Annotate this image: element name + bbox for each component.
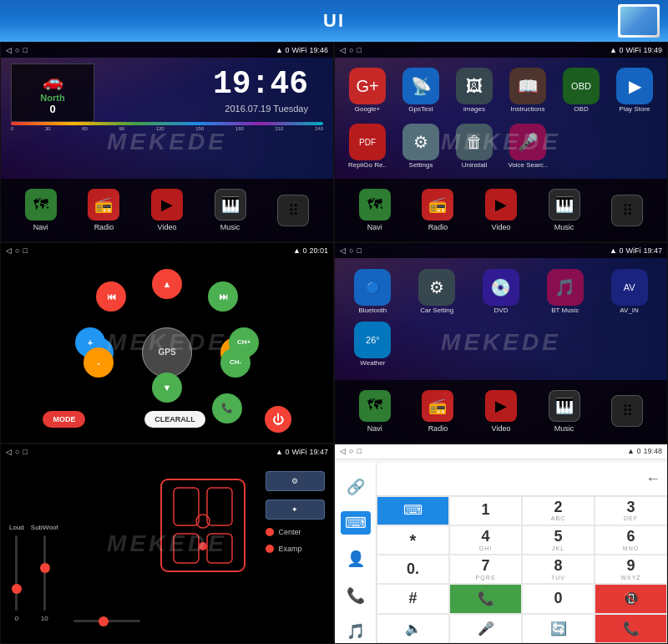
subwoof-knob[interactable] bbox=[40, 563, 50, 573]
key-0[interactable]: 0 bbox=[522, 584, 595, 613]
backspace-button[interactable]: ← bbox=[645, 470, 660, 488]
dock-more-p4[interactable]: ⠿ bbox=[611, 395, 643, 427]
music-phone-icon[interactable]: 🎵 bbox=[341, 620, 371, 643]
loud-track[interactable] bbox=[15, 535, 18, 611]
dock-video-p2[interactable]: ▶ Video bbox=[485, 189, 517, 231]
app-avin[interactable]: AV AV_IN bbox=[599, 269, 660, 315]
avin-icon[interactable]: AV bbox=[611, 269, 648, 306]
recent-icon-p2[interactable]: □ bbox=[357, 46, 361, 54]
back-icon[interactable]: ◁ bbox=[6, 46, 12, 54]
dock-music-p4[interactable]: 🎹 Music bbox=[549, 390, 580, 433]
down-button[interactable]: ▼ bbox=[152, 373, 182, 403]
bluetooth-icon[interactable]: 🔵 bbox=[354, 269, 391, 306]
voicesearch-icon[interactable]: 🎤 bbox=[509, 124, 546, 160]
home-icon-p3[interactable]: ○ bbox=[15, 246, 19, 255]
music-icon[interactable]: 🎹 bbox=[215, 189, 246, 221]
gpstest-icon[interactable]: 📡 bbox=[402, 68, 439, 104]
dock-navi-p2[interactable]: 🗺 Navi bbox=[359, 189, 391, 231]
more-icon[interactable]: ⠿ bbox=[277, 195, 309, 226]
radio-icon[interactable]: 📻 bbox=[88, 189, 119, 221]
back-icon-p2[interactable]: ◁ bbox=[340, 46, 346, 54]
end-call-button[interactable]: 📵 bbox=[595, 584, 667, 613]
eq-adjust-btn[interactable]: ✦ bbox=[266, 499, 325, 520]
key-settings-call[interactable]: 📞 bbox=[595, 614, 667, 643]
dock-music[interactable]: 🎹 Music bbox=[215, 189, 246, 231]
key-9[interactable]: 9 WXYZ bbox=[595, 555, 667, 584]
dock-more-p2[interactable]: ⠿ bbox=[611, 195, 643, 226]
app-voicesearch[interactable]: 🎤 Voice Searc.. bbox=[503, 120, 553, 173]
key-2[interactable]: 2 ABC bbox=[522, 496, 595, 525]
h-slider-track[interactable] bbox=[73, 620, 140, 622]
key-hash-row[interactable]: # bbox=[377, 584, 449, 613]
app-carsetting[interactable]: ⚙ Car Setting bbox=[407, 269, 468, 315]
navi-icon[interactable]: 🗺 bbox=[25, 189, 57, 221]
key-3[interactable]: 3 DEF bbox=[595, 496, 667, 525]
next-button[interactable]: ⏭ bbox=[208, 281, 238, 312]
mode-button[interactable]: MODE bbox=[43, 411, 85, 428]
call-button[interactable]: 📞 bbox=[449, 584, 522, 613]
app-playstore[interactable]: ▶ Play Store bbox=[610, 64, 660, 117]
h-slider-knob[interactable] bbox=[99, 616, 109, 626]
radio-icon-p4[interactable]: 📻 bbox=[422, 390, 453, 422]
subwoof-track[interactable] bbox=[43, 535, 46, 611]
power-button[interactable]: ⏻ bbox=[265, 406, 291, 433]
recent-icon[interactable]: □ bbox=[23, 46, 27, 54]
app-dvd[interactable]: 💿 DVD bbox=[471, 269, 532, 315]
video-icon-p2[interactable]: ▶ bbox=[485, 189, 517, 221]
dock-video[interactable]: ▶ Video bbox=[151, 189, 183, 231]
app-instructions[interactable]: 📖 Instructions bbox=[503, 64, 553, 117]
key-speaker[interactable]: 🔈 bbox=[377, 614, 449, 643]
back-icon-p3[interactable]: ◁ bbox=[6, 246, 12, 255]
contacts-icon[interactable]: 🔗 bbox=[341, 475, 371, 499]
loud-knob[interactable] bbox=[12, 584, 22, 594]
dock-navi[interactable]: 🗺 Navi bbox=[25, 189, 57, 231]
key-mic[interactable]: 🎤 bbox=[449, 614, 522, 643]
settings-icon[interactable]: ⚙ bbox=[402, 124, 439, 160]
app-repligo[interactable]: PDF RepliGo Re.. bbox=[342, 120, 392, 173]
googleplus-icon[interactable]: G+ bbox=[349, 68, 386, 104]
prev-button[interactable]: ⏮ bbox=[96, 281, 126, 312]
dock-radio-p4[interactable]: 📻 Radio bbox=[422, 390, 453, 433]
dialpad-icon[interactable]: ⌨ bbox=[341, 511, 371, 535]
home-icon-p5[interactable]: ○ bbox=[15, 448, 19, 456]
eq-settings-btn[interactable]: ⚙ bbox=[266, 471, 325, 491]
weather-icon[interactable]: 26° bbox=[354, 322, 391, 358]
video-icon-p4[interactable]: ▶ bbox=[485, 390, 517, 422]
key-1[interactable]: 1 bbox=[449, 496, 522, 525]
dock-radio[interactable]: 📻 Radio bbox=[88, 189, 119, 231]
back-icon-p4[interactable]: ◁ bbox=[340, 246, 346, 255]
app-obd[interactable]: OBD OBD bbox=[556, 64, 606, 117]
dock-radio-p2[interactable]: 📻 Radio bbox=[422, 189, 453, 231]
vol-minus-button[interactable]: - bbox=[84, 347, 114, 378]
key-4[interactable]: 4 GHI bbox=[449, 525, 522, 555]
home-icon-p4[interactable]: ○ bbox=[349, 246, 353, 255]
back-icon-p6[interactable]: ◁ bbox=[340, 447, 346, 455]
key-dot-row[interactable]: 0. bbox=[377, 555, 449, 584]
app-settings[interactable]: ⚙ Settings bbox=[396, 120, 446, 173]
key-star-row[interactable]: * bbox=[377, 525, 449, 555]
video-icon[interactable]: ▶ bbox=[151, 189, 183, 221]
app-btmusic[interactable]: 🎵 BT Music bbox=[534, 269, 595, 315]
recent-icon-p6[interactable]: □ bbox=[357, 447, 361, 455]
gps-button[interactable]: GPS bbox=[142, 327, 192, 378]
app-images[interactable]: 🖼 images bbox=[449, 64, 499, 117]
app-weather[interactable]: 26° Weather bbox=[342, 322, 403, 368]
up-button[interactable]: ▲ bbox=[152, 269, 182, 299]
playstore-icon[interactable]: ▶ bbox=[616, 68, 653, 104]
app-gpstest[interactable]: 📡 GpsTest bbox=[396, 64, 446, 117]
dock-navi-p4[interactable]: 🗺 Navi bbox=[359, 390, 391, 433]
key-6[interactable]: 6 MNO bbox=[595, 525, 667, 555]
app-googleplus[interactable]: G+ Google+ bbox=[342, 64, 392, 117]
key-7[interactable]: 7 PQRS bbox=[449, 555, 522, 584]
dvd-icon[interactable]: 💿 bbox=[483, 269, 519, 306]
key-refresh[interactable]: 🔄 bbox=[522, 614, 595, 643]
key-8[interactable]: 8 TUV bbox=[522, 555, 595, 584]
music-icon-p2[interactable]: 🎹 bbox=[549, 189, 580, 221]
recent-icon-p3[interactable]: □ bbox=[23, 246, 27, 255]
radio-icon-p2[interactable]: 📻 bbox=[422, 189, 453, 221]
app-bluetooth[interactable]: 🔵 Bluetooth bbox=[342, 269, 403, 315]
obd-icon[interactable]: OBD bbox=[563, 68, 600, 104]
navi-icon-p2[interactable]: 🗺 bbox=[359, 189, 391, 221]
images-icon[interactable]: 🖼 bbox=[456, 68, 493, 104]
app-uninstall[interactable]: 🗑 Uninstall bbox=[449, 120, 499, 173]
